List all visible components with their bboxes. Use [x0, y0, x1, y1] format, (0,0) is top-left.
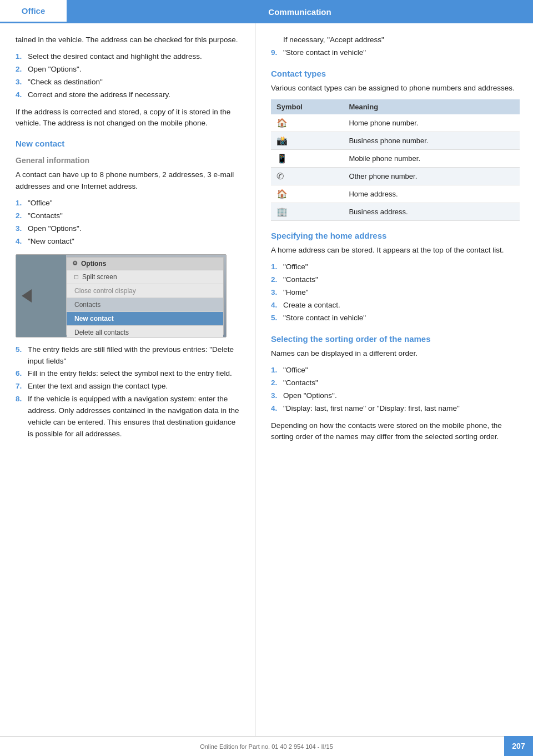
list-item: 1. "Office"	[16, 198, 242, 209]
list-item: 8. If the vehicle is equipped with a nav…	[16, 394, 242, 440]
options-settings-icon: ⚙	[72, 260, 78, 267]
options-item-new-contact[interactable]: New contact	[67, 312, 223, 326]
list-item: If necessary, "Accept address"	[271, 34, 520, 46]
list-item: 2. "Contacts"	[271, 377, 520, 389]
list-item: 5. The entry fields are still filled wit…	[16, 344, 242, 367]
home-phone-icon: 🏠	[276, 118, 288, 128]
meaning-cell: Home address.	[343, 185, 520, 203]
contact-types-intro: Various contact types can be assigned to…	[271, 83, 520, 94]
table-row: 📱 Mobile phone number.	[271, 150, 520, 168]
list-item: 1. "Office"	[271, 261, 520, 273]
office-label: Office	[22, 6, 46, 16]
meaning-cell: Home phone number.	[343, 114, 520, 132]
list-item: 7. Enter the text and assign the contact…	[16, 381, 242, 392]
symbol-cell: 📸	[271, 132, 343, 150]
list-item: 4. Correct and store the address if nece…	[16, 89, 242, 101]
options-panel: ⚙ Options □ Split screen Close control d…	[66, 257, 224, 335]
symbol-cell: ✆	[271, 168, 343, 185]
sorting-intro: Names can be displayed in a different or…	[271, 348, 520, 359]
list-item: 2. "Contacts"	[271, 274, 520, 286]
meaning-cell: Business phone number.	[343, 132, 520, 150]
table-row: 🏢 Business address.	[271, 203, 520, 221]
page-number-box: 207	[504, 736, 533, 756]
symbol-cell: 🏢	[271, 203, 343, 221]
header-communication-tab[interactable]: Communication	[67, 0, 533, 23]
specifying-intro: A home address can be stored. It appears…	[271, 245, 520, 256]
table-header-meaning: Meaning	[343, 99, 520, 114]
options-item-delete-all[interactable]: Delete all contacts	[67, 326, 223, 337]
steps-list-2: 1. "Office" 2. "Contacts" 3. Open "Optio…	[16, 198, 242, 248]
steps-sorting: 1. "Office" 2. "Contacts" 3. Open "Optio…	[271, 365, 520, 415]
list-item: 1. "Office"	[271, 365, 520, 376]
right-column: If necessary, "Accept address" 9. "Store…	[255, 23, 533, 736]
list-item: 3. "Check as destination"	[16, 77, 242, 88]
list-item: 4. Create a contact.	[271, 300, 520, 311]
symbol-cell: 🏠	[271, 114, 343, 132]
list-item: 9. "Store contact in vehicle"	[271, 47, 520, 59]
contact-types-title: Contact types	[271, 69, 520, 78]
general-info-text: A contact can have up to 8 phone numbers…	[16, 169, 242, 192]
page-number: 207	[512, 742, 525, 750]
options-title-label: Options	[81, 260, 106, 268]
header-bar: Office Communication	[0, 0, 533, 23]
specifying-title: Specifying the home address	[271, 231, 520, 240]
business-phone-icon: 📸	[276, 136, 288, 145]
intro-text: tained in the vehicle. The address can b…	[16, 34, 242, 46]
list-item: 2. Open "Options".	[16, 64, 242, 75]
other-phone-icon: ✆	[276, 172, 284, 181]
list-item: 5. "Store contact in vehicle"	[271, 313, 520, 324]
symbol-cell: 🏠	[271, 185, 343, 203]
footer: Online Edition for Part no. 01 40 2 954 …	[0, 736, 533, 756]
cont-steps: If necessary, "Accept address" 9. "Store…	[271, 34, 520, 59]
options-item-contacts[interactable]: Contacts	[67, 298, 223, 312]
screenshot-map	[16, 255, 66, 337]
steps-list-3: 5. The entry fields are still filled wit…	[16, 344, 242, 440]
left-column: tained in the vehicle. The address can b…	[0, 23, 255, 736]
meaning-cell: Business address.	[343, 203, 520, 221]
list-item: 3. "Home"	[271, 287, 520, 299]
list-item: 3. Open "Options".	[271, 390, 520, 402]
main-content: tained in the vehicle. The address can b…	[0, 23, 533, 736]
list-item: 3. Open "Options".	[16, 223, 242, 235]
table-row: 🏠 Home address.	[271, 185, 520, 203]
screenshot-box: ⚙ Options □ Split screen Close control d…	[16, 254, 227, 337]
steps-list-1: 1. Select the desired contact and highli…	[16, 51, 242, 101]
address-note: If the address is corrected and stored, …	[16, 107, 242, 129]
new-contact-title: New contact	[16, 139, 242, 148]
header-office-tab[interactable]: Office	[0, 0, 67, 23]
steps-home: 1. "Office" 2. "Contacts" 3. "Home" 4. C…	[271, 261, 520, 324]
list-item: 4. "New contact"	[16, 236, 242, 248]
list-item: 6. Fill in the entry fields: select the …	[16, 368, 242, 380]
list-item: 1. Select the desired contact and highli…	[16, 51, 242, 63]
list-item: 4. "Display: last, first name" or "Displ…	[271, 403, 520, 415]
sorting-note: Depending on how the contacts were store…	[271, 420, 520, 443]
business-address-icon: 🏢	[276, 207, 288, 216]
contact-types-table: Symbol Meaning 🏠 Home phone number. 📸 Bu…	[271, 99, 520, 221]
options-title-bar: ⚙ Options	[67, 258, 223, 270]
list-item: 2. "Contacts"	[16, 210, 242, 222]
options-items-list: □ Split screen Close control display Con…	[67, 270, 223, 337]
table-header-symbol: Symbol	[271, 99, 343, 114]
meaning-cell: Mobile phone number.	[343, 150, 520, 168]
mobile-phone-icon: 📱	[276, 154, 288, 163]
table-row: ✆ Other phone number.	[271, 168, 520, 185]
home-address-icon: 🏠	[276, 189, 288, 199]
table-row: 🏠 Home phone number.	[271, 114, 520, 132]
back-arrow-icon	[22, 289, 32, 303]
symbol-cell: 📱	[271, 150, 343, 168]
options-item-split[interactable]: □ Split screen	[67, 270, 223, 284]
footer-text: Online Edition for Part no. 01 40 2 954 …	[200, 743, 333, 750]
sorting-title: Selecting the sorting order of the names	[271, 334, 520, 344]
options-item-close[interactable]: Close control display	[67, 284, 223, 298]
communication-label: Communication	[268, 7, 331, 17]
general-info-title: General information	[16, 156, 242, 165]
meaning-cell: Other phone number.	[343, 168, 520, 185]
table-row: 📸 Business phone number.	[271, 132, 520, 150]
